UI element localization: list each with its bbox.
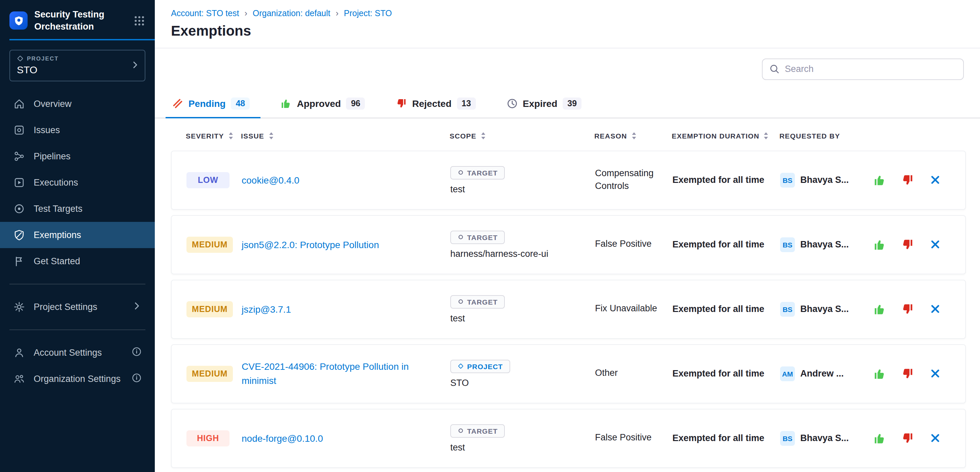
sidebar-item-executions[interactable]: Executions xyxy=(0,169,155,196)
table-row: MEDIUM CVE-2021-44906: Prototype Polluti… xyxy=(171,344,966,403)
severity-cell: HIGH xyxy=(186,430,242,446)
sidebar-item-organization-settings[interactable]: Organization Settings xyxy=(0,366,155,392)
issue-link[interactable]: CVE-2021-44906: Prototype Pollution in m… xyxy=(242,360,450,387)
cancel-button[interactable] xyxy=(929,303,941,315)
tab-label: Expired xyxy=(523,98,557,109)
search-icon xyxy=(769,64,780,74)
reject-button[interactable] xyxy=(901,367,913,380)
approve-button[interactable] xyxy=(873,238,886,250)
scope-cell: TARGET harness/harness-core-ui xyxy=(450,230,595,258)
gear-icon xyxy=(13,301,25,313)
info-icon[interactable] xyxy=(132,373,142,385)
sidebar-item-label: Overview xyxy=(33,99,72,109)
issue-link[interactable]: json5@2.2.0: Prototype Pollution xyxy=(242,238,388,252)
cancel-button[interactable] xyxy=(929,367,941,380)
avatar: AM xyxy=(780,366,795,381)
sidebar-item-label: Account Settings xyxy=(33,348,102,358)
tab-label: Approved xyxy=(297,98,341,109)
requester-name: Andrew ... xyxy=(800,369,844,379)
target-icon xyxy=(13,203,25,214)
breadcrumb-account-link[interactable]: Account: STO test xyxy=(171,9,239,18)
sidebar: Security Testing Orchestration PROJECT S… xyxy=(0,0,155,472)
clock-icon xyxy=(506,98,517,109)
approve-button[interactable] xyxy=(873,432,886,444)
scope-value: test xyxy=(450,442,465,452)
harness-logo-icon xyxy=(10,11,28,30)
approve-button[interactable] xyxy=(873,174,886,186)
cancel-button[interactable] xyxy=(929,238,941,250)
scope-cell: TARGET test xyxy=(450,424,595,452)
header-exemption-duration[interactable]: EXEMPTION DURATION xyxy=(672,131,780,139)
target-icon xyxy=(458,428,464,434)
reject-button[interactable] xyxy=(901,238,913,250)
requester-name: Bhavya S... xyxy=(800,433,849,443)
reason: False Positive xyxy=(595,432,672,444)
sidebar-item-overview[interactable]: Overview xyxy=(0,91,155,117)
issue-link[interactable]: jszip@3.7.1 xyxy=(242,302,301,316)
scope-cell: TARGET test xyxy=(450,166,595,194)
sidebar-item-test-targets[interactable]: Test Targets xyxy=(0,196,155,222)
row-actions xyxy=(868,174,965,186)
requested-by-cell: BS Bhavya S... xyxy=(780,237,868,252)
issue-link[interactable]: cookie@0.4.0 xyxy=(242,173,309,187)
app-title: Security Testing Orchestration xyxy=(34,9,127,32)
breadcrumb-organization-link[interactable]: Organization: default xyxy=(253,9,331,18)
scope-pill: TARGET xyxy=(450,424,505,437)
search-box[interactable] xyxy=(762,59,964,80)
sidebar-item-label: Pipelines xyxy=(33,151,71,162)
thumbs-down-icon xyxy=(396,98,407,109)
scope-pill-label: TARGET xyxy=(467,427,498,435)
cancel-button[interactable] xyxy=(929,432,941,444)
project-selector-label: PROJECT xyxy=(27,55,59,62)
approve-button[interactable] xyxy=(873,367,886,380)
tab-label: Pending xyxy=(188,98,226,109)
header-scope[interactable]: SCOPE xyxy=(450,131,594,139)
sidebar-item-label: Get Started xyxy=(33,256,80,266)
tab-rejected[interactable]: Rejected 13 xyxy=(395,90,477,118)
scope-value: test xyxy=(450,313,465,323)
sort-icon xyxy=(631,131,636,139)
scope-pill: TARGET xyxy=(450,295,505,308)
table-row: HIGH node-forge@0.10.0 TARGET test False… xyxy=(171,409,966,467)
tab-pending[interactable]: Pending 48 xyxy=(171,90,251,118)
issue-link[interactable]: node-forge@0.10.0 xyxy=(242,431,332,445)
table-row: LOW cookie@0.4.0 TARGET test Compensatin… xyxy=(171,150,966,209)
header-requested-by[interactable]: REQUESTED BY xyxy=(780,131,867,139)
sidebar-accent-line xyxy=(10,39,155,40)
reject-button[interactable] xyxy=(901,303,913,315)
main-content: Account: STO test › Organization: defaul… xyxy=(155,0,980,472)
table-row: MEDIUM jszip@3.7.1 TARGET test Fix Unava… xyxy=(171,279,966,339)
reject-button[interactable] xyxy=(901,174,913,186)
search-input[interactable] xyxy=(785,64,956,74)
app-root: Security Testing Orchestration PROJECT S… xyxy=(0,0,980,472)
scope-pill-label: TARGET xyxy=(467,233,498,241)
tab-approved[interactable]: Approved 96 xyxy=(279,90,366,118)
sidebar-item-pipelines[interactable]: Pipelines xyxy=(0,143,155,169)
cancel-button[interactable] xyxy=(929,174,941,186)
sidebar-item-account-settings[interactable]: Account Settings xyxy=(0,339,155,366)
avatar: BS xyxy=(780,431,795,445)
sidebar-item-issues[interactable]: Issues xyxy=(0,117,155,143)
exemption-duration: Exempted for all time xyxy=(672,304,780,314)
project-selector[interactable]: PROJECT STO xyxy=(10,50,145,81)
sidebar-item-get-started[interactable]: Get Started xyxy=(0,248,155,274)
approve-button[interactable] xyxy=(873,303,886,315)
severity-badge: MEDIUM xyxy=(186,366,233,382)
breadcrumb-project-link[interactable]: Project: STO xyxy=(344,9,392,18)
info-icon[interactable] xyxy=(132,347,142,358)
tab-expired[interactable]: Expired 39 xyxy=(505,90,583,118)
header-reason[interactable]: REASON xyxy=(594,131,672,139)
reject-button[interactable] xyxy=(901,432,913,444)
scope-pill: TARGET xyxy=(450,230,505,244)
sidebar-item-exemptions[interactable]: Exemptions xyxy=(0,222,155,248)
sidebar-item-project-settings[interactable]: Project Settings xyxy=(0,294,155,320)
requester-name: Bhavya S... xyxy=(800,304,849,314)
scope-value: harness/harness-core-ui xyxy=(450,249,548,258)
header-severity[interactable]: SEVERITY xyxy=(186,131,241,139)
avatar: BS xyxy=(780,173,795,187)
page-title: Exemptions xyxy=(171,23,964,48)
header-issue[interactable]: ISSUE xyxy=(241,131,450,139)
requested-by-cell: BS Bhavya S... xyxy=(780,173,868,187)
exemption-duration: Exempted for all time xyxy=(672,433,780,443)
apps-grid-icon[interactable] xyxy=(133,14,145,27)
